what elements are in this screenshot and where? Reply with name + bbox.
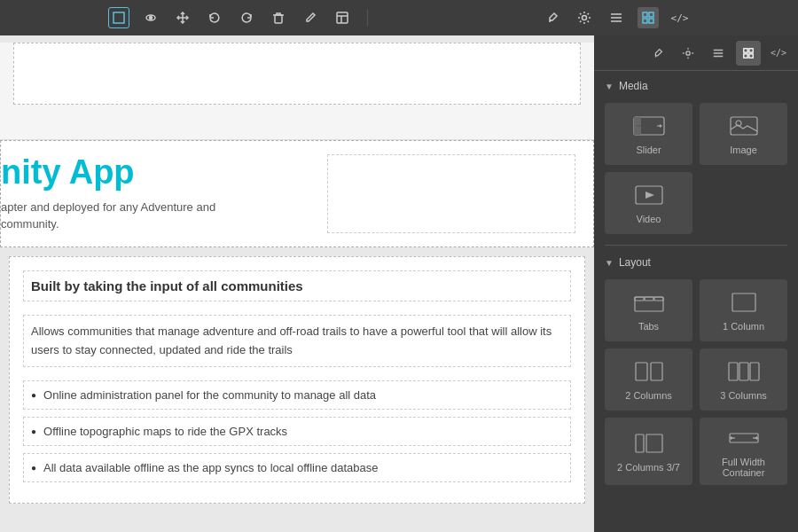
svg-rect-6 [643, 12, 647, 17]
svg-rect-12 [749, 48, 753, 51]
two-columns-widget[interactable]: 2 Columns [605, 348, 692, 411]
select-tool-icon[interactable] [108, 7, 129, 28]
svg-rect-9 [649, 19, 653, 23]
grid-view-icon[interactable] [638, 7, 659, 28]
content-heading: Built by taking the input of all communi… [23, 270, 571, 301]
slider-icon [633, 116, 665, 139]
svg-marker-23 [645, 192, 654, 199]
main-toolbar: </> [0, 0, 798, 35]
eye-icon[interactable] [140, 7, 161, 28]
hero-title: nity App [1, 154, 318, 192]
video-label: Video [637, 214, 661, 224]
svg-rect-28 [732, 293, 755, 311]
layout-icon[interactable] [332, 7, 353, 28]
layout-label: Layout [619, 256, 651, 269]
svg-rect-32 [739, 363, 748, 380]
image-icon [730, 116, 758, 139]
svg-rect-11 [744, 48, 747, 51]
settings-icon[interactable] [574, 7, 595, 28]
panel-code-icon[interactable]: </> [766, 41, 791, 66]
two-columns-icon [635, 362, 663, 385]
layout-section-header: ▼ Layout [594, 247, 798, 274]
panel-menu-icon[interactable] [706, 41, 731, 66]
two-columns-37-icon [635, 434, 663, 457]
feature-list: Online administration panel for the comm… [23, 380, 571, 482]
svg-marker-40 [755, 436, 757, 440]
panel-grid-icon[interactable] [736, 41, 761, 66]
svg-rect-20 [731, 117, 757, 135]
svg-point-5 [582, 16, 586, 20]
content-para: Allows communities that manage adventure… [23, 315, 571, 368]
svg-marker-38 [731, 436, 733, 440]
panel-top-icons: </> [594, 35, 798, 71]
delete-icon[interactable] [268, 7, 289, 28]
svg-rect-0 [113, 12, 124, 23]
media-label: Media [619, 80, 648, 92]
three-columns-icon [728, 362, 760, 385]
svg-point-10 [686, 51, 690, 54]
redo-icon[interactable] [236, 7, 257, 28]
svg-rect-3 [275, 15, 282, 23]
video-icon [635, 185, 663, 208]
one-column-widget[interactable]: 1 Column [700, 279, 787, 341]
svg-rect-27 [654, 297, 663, 301]
slider-label: Slider [636, 145, 661, 155]
layout-widget-grid: Tabs 1 Column 2 Columns [594, 274, 798, 494]
svg-rect-33 [750, 363, 759, 380]
code-view-icon[interactable]: </> [669, 7, 691, 28]
canvas-area: nity App apter and deployed for any Adve… [0, 35, 594, 532]
three-columns-widget[interactable]: 3 Columns [700, 348, 787, 411]
two-columns-37-widget[interactable]: 2 Columns 3/7 [605, 418, 692, 485]
one-column-label: 1 Column [723, 321, 764, 332]
tabs-icon [634, 293, 664, 316]
svg-rect-29 [636, 363, 647, 380]
full-width-widget[interactable]: Full Width Container [700, 418, 787, 485]
image-widget[interactable]: Image [700, 103, 787, 165]
media-arrow-icon: ▼ [605, 82, 614, 91]
list-item: All data available offline as the app sy… [23, 453, 571, 482]
image-label: Image [730, 145, 757, 155]
svg-marker-18 [660, 124, 662, 128]
media-section-header: ▼ Media [594, 71, 798, 98]
full-width-label: Full Width Container [707, 457, 780, 478]
right-panel: </> ▼ Media Slider [594, 35, 798, 532]
layout-arrow-icon: ▼ [605, 258, 614, 268]
svg-rect-7 [649, 12, 653, 17]
svg-rect-30 [651, 363, 662, 380]
full-width-icon [729, 428, 759, 451]
brush-icon[interactable] [542, 7, 563, 28]
main-area: nity App apter and deployed for any Adve… [0, 35, 798, 532]
svg-rect-8 [643, 19, 647, 23]
edit-pen-icon[interactable] [300, 7, 321, 28]
one-column-icon [732, 293, 756, 316]
move-icon[interactable] [172, 7, 193, 28]
svg-point-2 [149, 17, 152, 20]
list-item: Offline topographic maps to ride the GPX… [23, 417, 571, 446]
svg-rect-14 [749, 53, 753, 57]
svg-rect-13 [744, 53, 747, 57]
svg-rect-35 [646, 434, 662, 452]
list-item: Online administration panel for the comm… [23, 380, 571, 410]
three-columns-label: 3 Columns [720, 390, 767, 401]
svg-rect-26 [645, 297, 653, 301]
undo-icon[interactable] [204, 7, 225, 28]
content-section: Built by taking the input of all communi… [9, 256, 585, 505]
tabs-label: Tabs [638, 321, 659, 332]
svg-rect-4 [337, 12, 348, 23]
svg-rect-25 [635, 297, 644, 301]
svg-rect-24 [635, 297, 663, 311]
section-divider [605, 245, 787, 246]
svg-rect-31 [729, 363, 738, 380]
media-widget-grid: Slider Image [594, 98, 798, 243]
tabs-widget[interactable]: Tabs [605, 279, 692, 341]
panel-brush-icon[interactable] [645, 41, 670, 66]
menu-lines-icon[interactable] [606, 7, 627, 28]
video-widget[interactable]: Video [605, 172, 692, 234]
two-columns-37-label: 2 Columns 3/7 [617, 462, 680, 473]
slider-widget[interactable]: Slider [605, 103, 692, 165]
panel-settings-icon[interactable] [676, 41, 700, 66]
toolbar-divider [367, 9, 368, 27]
two-columns-label: 2 Columns [625, 390, 672, 401]
hero-subtitle: apter and deployed for any Adventure and… [1, 199, 258, 233]
svg-rect-34 [636, 434, 644, 452]
